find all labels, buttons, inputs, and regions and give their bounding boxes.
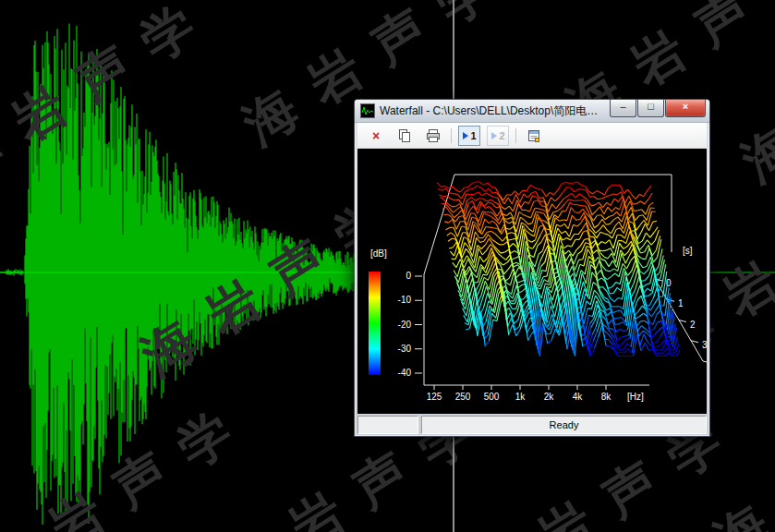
app-icon[interactable] xyxy=(360,103,375,118)
svg-text:[Hz]: [Hz] xyxy=(627,392,644,402)
view-1-button[interactable]: 1 xyxy=(458,126,480,146)
svg-text:1k: 1k xyxy=(515,392,527,402)
waterfall-3d-plot: [dB]0-10-20-30-401252505001k2k4k8k[Hz]01… xyxy=(357,149,707,414)
svg-text:-40: -40 xyxy=(398,368,412,378)
view-2-button[interactable]: 2 xyxy=(487,126,509,146)
arrow-right-icon xyxy=(462,131,469,140)
status-bar: Ready xyxy=(357,416,707,434)
properties-button[interactable] xyxy=(523,126,545,146)
svg-text:500: 500 xyxy=(484,392,500,402)
svg-text:3: 3 xyxy=(702,340,707,350)
svg-text:-30: -30 xyxy=(398,344,412,354)
properties-icon xyxy=(527,128,541,143)
view-2-label: 2 xyxy=(499,130,504,141)
toolbar-separator xyxy=(515,128,516,143)
window-body: × 1 2 xyxy=(355,123,709,437)
svg-text:8k: 8k xyxy=(601,392,612,402)
status-panel-left xyxy=(357,416,418,434)
svg-text:4k: 4k xyxy=(573,392,584,402)
svg-text:1: 1 xyxy=(678,298,684,308)
svg-text:250: 250 xyxy=(455,392,471,402)
delete-button[interactable]: × xyxy=(365,126,387,146)
svg-text:-20: -20 xyxy=(398,320,412,330)
view-1-label: 1 xyxy=(470,130,476,141)
svg-text:2: 2 xyxy=(690,320,696,330)
print-button[interactable] xyxy=(422,126,444,146)
svg-text:125: 125 xyxy=(427,392,442,402)
svg-text:0: 0 xyxy=(406,271,411,281)
svg-text:[dB]: [dB] xyxy=(370,248,387,259)
svg-text:-10: -10 xyxy=(398,295,412,305)
delete-icon: × xyxy=(372,129,380,142)
maximize-button[interactable]: □ xyxy=(637,100,664,117)
toolbar-separator xyxy=(451,128,452,143)
toolbar: × 1 2 xyxy=(357,123,707,149)
caption-buttons: – □ × xyxy=(609,100,706,117)
svg-text:[s]: [s] xyxy=(683,246,693,256)
print-icon xyxy=(426,128,441,143)
copy-button[interactable] xyxy=(394,126,416,146)
waterfall-window: Waterfall - C:\Users\DELL\Desktop\简阳电… –… xyxy=(354,99,710,437)
copy-icon xyxy=(397,128,412,143)
status-text: Ready xyxy=(421,416,707,434)
close-button[interactable]: × xyxy=(665,100,706,117)
title-bar[interactable]: Waterfall - C:\Users\DELL\Desktop\简阳电… –… xyxy=(355,100,709,123)
minimize-button[interactable]: – xyxy=(610,100,636,117)
arrow-right-icon xyxy=(490,131,498,140)
window-title: Waterfall - C:\Users\DELL\Desktop\简阳电… xyxy=(380,103,598,119)
waterfall-plot-area: [dB]0-10-20-30-401252505001k2k4k8k[Hz]01… xyxy=(357,149,707,414)
svg-text:2k: 2k xyxy=(544,392,555,402)
